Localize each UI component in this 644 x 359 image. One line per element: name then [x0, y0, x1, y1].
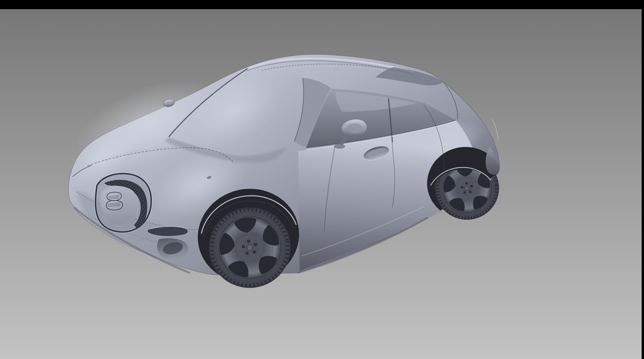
mirror-face [346, 123, 363, 133]
render-viewport: Monochrome 3D CAD studio render of a SEA… [0, 0, 644, 359]
letterbox-right-bar [642, 0, 644, 359]
mirror-mount-shadow [334, 144, 345, 149]
letterbox-top-bar [0, 0, 644, 9]
car-render-canvas: Monochrome 3D CAD studio render of a SEA… [0, 0, 644, 359]
front-grille [96, 174, 151, 232]
